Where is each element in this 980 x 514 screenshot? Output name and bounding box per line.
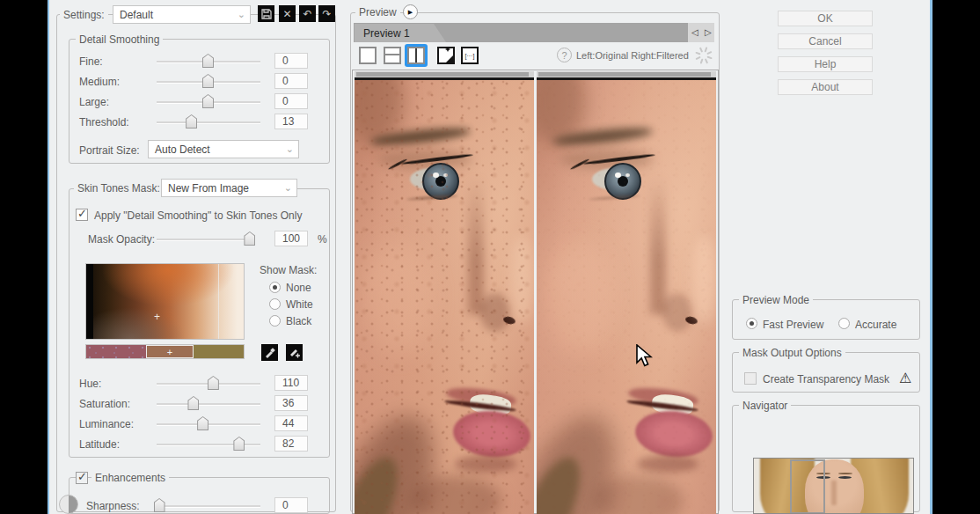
eyedropper-icon	[264, 347, 275, 358]
skin-tones-mask-dropdown[interactable]: New From Image ⌄	[161, 179, 297, 197]
latitude-slider[interactable]	[157, 437, 260, 452]
apply-detail-smoothing-checkbox[interactable]	[76, 209, 88, 221]
pane-scrollbar-handle[interactable]	[356, 72, 529, 77]
show-mask-white-radio[interactable]	[269, 298, 281, 310]
hue-segment-left[interactable]	[86, 345, 146, 358]
fine-value[interactable]: 0	[274, 53, 308, 69]
eyedropper-add-button[interactable]	[286, 344, 303, 361]
large-slider[interactable]	[157, 94, 260, 109]
tab-preview-1-label: Preview 1	[363, 27, 410, 40]
undo-button[interactable]: ↶	[299, 5, 316, 22]
preview-list-icon[interactable]: [···]	[461, 47, 479, 64]
delete-settings-button[interactable]: ✕	[279, 5, 296, 22]
mask-opacity-unit: %	[318, 233, 327, 246]
save-settings-button[interactable]	[258, 5, 274, 22]
create-transparency-mask-label: Create Transparency Mask	[763, 373, 889, 386]
question-glyph: ?	[561, 50, 567, 61]
enhancements-checkbox[interactable]	[76, 472, 88, 484]
threshold-value[interactable]: 13	[274, 114, 308, 129]
ok-button[interactable]: OK	[778, 11, 873, 26]
create-transparency-mask-checkbox[interactable]	[744, 372, 757, 385]
latitude-value[interactable]: 82	[274, 436, 308, 452]
portrait-size-dropdown[interactable]: Auto Detect ⌄	[148, 140, 299, 158]
show-mask-none-radio[interactable]	[269, 282, 281, 293]
help-icon[interactable]: ?	[557, 48, 572, 62]
detail-smoothing-title: Detail Smoothing	[76, 33, 163, 46]
pane-scrollbar[interactable]	[355, 71, 534, 77]
navigator-title: Navigator	[739, 400, 791, 412]
tab-prev-arrow[interactable]: ◁	[691, 27, 698, 37]
portrait-size-label: Portrait Size:	[79, 144, 140, 157]
eyedropper-plus-icon	[289, 347, 300, 358]
show-mask-black-radio[interactable]	[269, 315, 281, 327]
view-horizontal-split-icon[interactable]	[384, 47, 401, 64]
skin-tone-color-field[interactable]: +	[85, 263, 245, 340]
accurate-label: Accurate	[855, 319, 896, 331]
medium-slider[interactable]	[157, 74, 260, 89]
sharpness-value[interactable]: 0	[274, 497, 308, 513]
settings-dropdown[interactable]: Default ⌄	[113, 5, 251, 24]
new-preview-tab-icon[interactable]	[437, 47, 455, 64]
mask-opacity-slider[interactable]	[157, 231, 255, 246]
sharpness-label: Sharpness:	[86, 500, 140, 512]
redo-button[interactable]: ↷	[318, 5, 335, 22]
freckles-texture	[537, 80, 716, 514]
dots-glyph: [···]	[465, 53, 475, 59]
play-icon: ▶	[408, 9, 413, 16]
preview-menu-button[interactable]: ▶	[403, 4, 418, 19]
fine-slider[interactable]	[157, 54, 260, 69]
medium-value[interactable]: 0	[274, 73, 308, 89]
color-field-black-bar	[86, 264, 93, 339]
hue-slider[interactable]	[157, 376, 260, 391]
saturation-slider[interactable]	[157, 396, 260, 411]
view-single-icon[interactable]	[359, 47, 377, 64]
chevron-down-icon: ⌄	[286, 144, 294, 154]
about-button[interactable]: About	[778, 79, 873, 95]
navigator-thumbnail[interactable]	[753, 458, 914, 514]
hue-segment-selected[interactable]	[146, 345, 194, 358]
mask-opacity-value[interactable]: 100	[274, 231, 308, 246]
view-vertical-split-selected[interactable]	[405, 44, 428, 67]
pane-scrollbar[interactable]	[537, 71, 716, 77]
large-label: Large:	[79, 96, 109, 108]
warning-icon: ⚠	[899, 370, 911, 386]
hue-strip[interactable]	[85, 344, 245, 359]
hue-segment-right[interactable]	[194, 345, 244, 358]
saturation-label: Saturation:	[79, 398, 130, 410]
accurate-radio[interactable]	[838, 318, 850, 329]
sharpness-slider[interactable]	[157, 498, 260, 513]
saturation-value[interactable]: 36	[274, 395, 308, 411]
preview-hint-text: Left:Original Right:Filtered	[576, 50, 689, 61]
apply-detail-smoothing-label: Apply "Detail Smoothing" to Skin Tones O…	[94, 209, 302, 222]
navigator-view-rectangle[interactable]	[790, 459, 825, 514]
skin-tones-mask-value: New From Image	[168, 182, 249, 195]
threshold-label: Threshold:	[79, 116, 129, 128]
eyedropper-button[interactable]	[261, 344, 278, 361]
luminance-value[interactable]: 44	[274, 415, 308, 431]
hue-label: Hue:	[79, 378, 101, 390]
view-vertical-split-icon	[407, 47, 425, 64]
luminance-slider[interactable]	[157, 416, 260, 431]
help-button[interactable]: Help	[778, 56, 873, 72]
pane-scrollbar-handle[interactable]	[538, 72, 711, 77]
floppy-icon	[261, 9, 272, 19]
skin-tones-mask-label: Skin Tones Mask:	[74, 182, 164, 195]
enhancements-title: Enhancements	[91, 472, 169, 484]
plugin-dialog: Settings: Default ⌄ ✕ ↶ ↷ Detail Smoothi…	[49, 0, 930, 514]
original-face-image	[355, 80, 534, 514]
show-mask-black-label: Black	[286, 315, 311, 327]
mask-opacity-label: Mask Opacity:	[88, 233, 155, 246]
hue-value[interactable]: 110	[274, 375, 308, 391]
large-value[interactable]: 0	[274, 93, 308, 109]
tab-preview-1[interactable]: Preview 1	[355, 24, 446, 42]
latitude-label: Latitude:	[79, 438, 120, 451]
threshold-slider[interactable]	[157, 114, 260, 129]
cancel-button[interactable]: Cancel	[778, 33, 873, 49]
redo-icon: ↷	[322, 8, 331, 20]
tab-next-arrow[interactable]: ▷	[705, 27, 712, 37]
fast-preview-radio[interactable]	[746, 318, 757, 329]
filtered-face-image	[537, 80, 716, 514]
color-field-marker-line	[218, 264, 219, 339]
delete-icon: ✕	[282, 8, 291, 20]
color-field-crosshair: +	[154, 311, 160, 323]
